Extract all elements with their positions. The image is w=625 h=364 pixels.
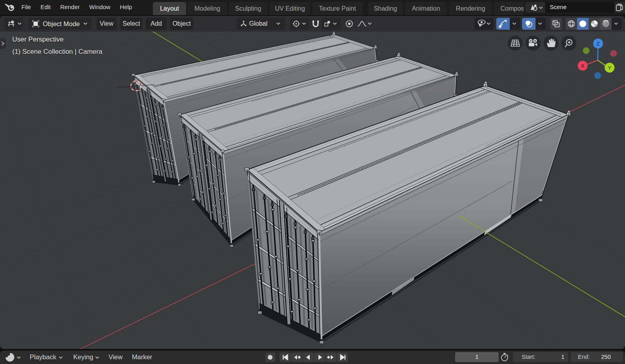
svg-text:Z: Z <box>596 41 600 47</box>
svg-text:X: X <box>581 63 585 69</box>
svg-text:Y: Y <box>608 65 612 71</box>
